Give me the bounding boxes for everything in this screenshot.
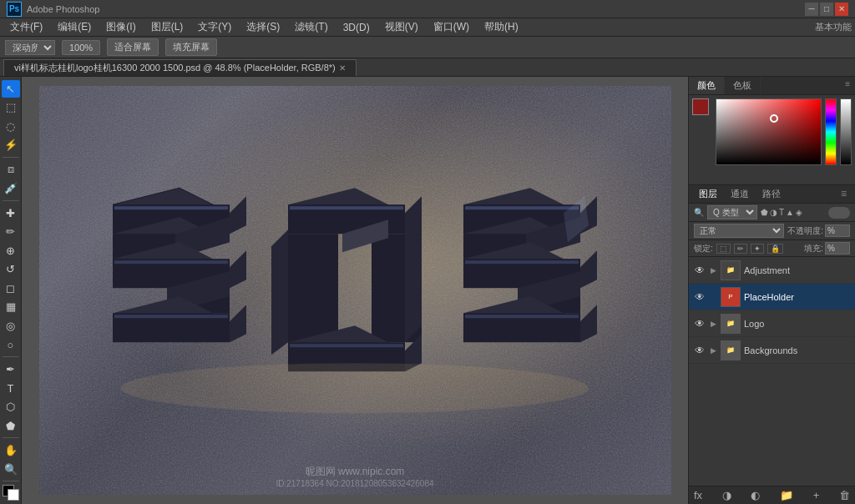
fit-screen-button[interactable]: 适合屏幕 <box>107 38 159 56</box>
minimize-button[interactable]: ─ <box>805 3 818 16</box>
text-tool[interactable]: T <box>2 380 20 397</box>
filter-shape-btn[interactable]: ▲ <box>786 208 794 217</box>
layer-thumb-backgrounds: 📁 <box>721 340 741 360</box>
color-gradient-field[interactable] <box>716 98 822 165</box>
svg-rect-45 <box>465 260 579 264</box>
menu-item-image[interactable]: 图像(I) <box>99 18 142 36</box>
layer-item-placeholder[interactable]: 👁 P PlaceHolder <box>689 284 855 310</box>
blend-mode-select[interactable]: 正常 <box>694 224 784 238</box>
fill-input[interactable] <box>825 242 850 255</box>
letter-s-left <box>113 188 246 342</box>
layer-name-backgrounds: Backgrounds <box>744 345 850 355</box>
shape-tool[interactable]: ⬟ <box>2 417 20 435</box>
eraser-tool[interactable]: ◻ <box>2 280 20 297</box>
menu-item-select[interactable]: 选择(S) <box>240 18 286 36</box>
menu-item-file[interactable]: 文件(F) <box>3 18 49 36</box>
pen-tool[interactable]: ✒ <box>2 360 20 378</box>
add-mask-button[interactable]: ◑ <box>722 489 731 501</box>
filter-pixel-btn[interactable]: ⬟ <box>761 208 768 217</box>
opacity-input[interactable] <box>825 224 850 237</box>
layer-item-adjustment[interactable]: 👁 ▶ 📁 Adjustment <box>689 257 855 284</box>
foreground-color-swatch[interactable] <box>692 98 709 115</box>
visibility-toggle-backgrounds[interactable]: 👁 <box>694 345 706 356</box>
path-tool[interactable]: ⬡ <box>2 398 20 416</box>
move-tool[interactable]: ↖ <box>2 80 20 98</box>
filter-smart-btn[interactable]: ◈ <box>796 208 802 217</box>
layer-type-filter[interactable]: Q 类型 <box>707 205 757 219</box>
menu-item-view[interactable]: 视图(V) <box>378 18 425 36</box>
add-group-button[interactable]: 📁 <box>780 489 793 501</box>
layer-thumb-adjustment: 📁 <box>721 260 741 280</box>
background-color[interactable] <box>8 489 19 501</box>
zoom-tool[interactable]: 🔍 <box>2 461 20 478</box>
swatches-tab[interactable]: 色板 <box>725 77 761 94</box>
menu-item-window[interactable]: 窗口(W) <box>427 18 476 36</box>
new-layer-button[interactable]: + <box>813 489 820 501</box>
dodge-tool[interactable]: ○ <box>2 336 20 354</box>
titlebar: Ps Adobe Photoshop ─ □ ✕ <box>0 0 855 18</box>
layers-tab[interactable]: 图层 <box>692 185 724 203</box>
hand-tool[interactable]: ✋ <box>2 441 20 459</box>
layers-panel: 图层 通道 路径 ≡ 🔍 Q 类型 ⬟ ◑ T ▲ ◈ <box>689 185 855 504</box>
adjustment-layer-button[interactable]: ◐ <box>751 489 760 501</box>
fill-control: 填充: <box>804 242 850 255</box>
selection-tool[interactable]: ⬚ <box>2 99 20 117</box>
menu-item-text[interactable]: 文字(Y) <box>191 18 238 36</box>
alpha-bar[interactable] <box>840 98 852 165</box>
fill-screen-button[interactable]: 填充屏幕 <box>165 38 217 56</box>
color-gradient-wrapper[interactable] <box>716 98 822 165</box>
lock-transparent-btn[interactable]: ⬚ <box>716 244 731 254</box>
maximize-button[interactable]: □ <box>820 3 833 16</box>
color-selector[interactable] <box>3 485 19 501</box>
visibility-toggle-placeholder[interactable]: 👁 <box>694 291 706 303</box>
eyedropper-tool[interactable]: 💉 <box>2 180 20 198</box>
stamp-tool[interactable]: ⊕ <box>2 242 20 260</box>
menu-item-help[interactable]: 帮助(H) <box>478 18 525 36</box>
filter-adjust-btn[interactable]: ◑ <box>770 208 777 217</box>
canvas-wrapper: 昵图网 www.nipic.com ID:21718364 NO:2018120… <box>39 86 671 495</box>
menu-item-edit[interactable]: 编辑(E) <box>51 18 98 36</box>
healing-tool[interactable]: ✚ <box>2 204 20 222</box>
close-button[interactable]: ✕ <box>835 3 848 16</box>
canvas-area: 昵图网 www.nipic.com ID:21718364 NO:2018120… <box>22 77 688 504</box>
crop-tool[interactable]: ⧈ <box>2 161 20 179</box>
layer-item-logo[interactable]: 👁 ▶ 📁 Logo <box>689 310 855 337</box>
filter-toggle[interactable] <box>828 207 850 219</box>
menu-item-layer[interactable]: 图层(L) <box>144 18 190 36</box>
svg-marker-43 <box>580 305 597 342</box>
visibility-toggle-adjustment[interactable]: 👁 <box>694 265 706 276</box>
lock-paint-btn[interactable]: ✏ <box>734 244 747 254</box>
layer-item-backgrounds[interactable]: 👁 ▶ 📁 Backgrounds <box>689 337 855 364</box>
fill-label: 填充: <box>804 243 823 255</box>
menu-item-3d[interactable]: 3D(D) <box>336 20 377 35</box>
tab-close-button[interactable]: ✕ <box>339 63 346 73</box>
history-brush-tool[interactable]: ↺ <box>2 261 20 279</box>
document-tab[interactable]: vi样机标志桂机logo桂机16300 2000 1500.psd @ 48.8… <box>3 59 357 76</box>
gradient-tool[interactable]: ▦ <box>2 299 20 316</box>
color-tab[interactable]: 颜色 <box>689 77 725 94</box>
quick-select-tool[interactable]: ⚡ <box>2 137 20 154</box>
hue-spectrum-bar[interactable] <box>825 98 837 165</box>
expand-backgrounds[interactable]: ▶ <box>709 345 717 356</box>
tool-separator-3 <box>3 356 19 357</box>
tool-separator-5 <box>3 481 19 481</box>
zoom-value-button[interactable]: 100% <box>62 40 100 55</box>
channels-tab[interactable]: 通道 <box>724 185 756 203</box>
color-panel-options[interactable]: ≡ <box>840 77 855 94</box>
lasso-tool[interactable]: ◌ <box>2 118 20 135</box>
delete-layer-button[interactable]: 🗑 <box>839 489 850 501</box>
expand-logo[interactable]: ▶ <box>709 318 717 330</box>
paths-tab[interactable]: 路径 <box>756 185 787 203</box>
add-style-button[interactable]: fx <box>694 489 702 501</box>
menu-item-filter[interactable]: 滤镜(T) <box>288 18 334 36</box>
visibility-toggle-logo[interactable]: 👁 <box>694 318 706 330</box>
blur-tool[interactable]: ◎ <box>2 317 20 335</box>
brush-tool[interactable]: ✏ <box>2 224 20 241</box>
filter-text-btn[interactable]: T <box>779 208 784 217</box>
lock-position-btn[interactable]: ✦ <box>751 244 764 254</box>
left-toolbar: ↖ ⬚ ◌ ⚡ ⧈ 💉 ✚ ✏ ⊕ ↺ ◻ ▦ ◎ ○ ✒ T ⬡ ⬟ ✋ 🔍 <box>0 77 22 504</box>
expand-adjustment[interactable]: ▶ <box>709 265 717 276</box>
lock-all-btn[interactable]: 🔒 <box>767 244 783 254</box>
scroll-all-windows-dropdown[interactable]: 深动所有窗口 <box>5 40 55 55</box>
layers-panel-options[interactable]: ≡ <box>836 185 852 203</box>
